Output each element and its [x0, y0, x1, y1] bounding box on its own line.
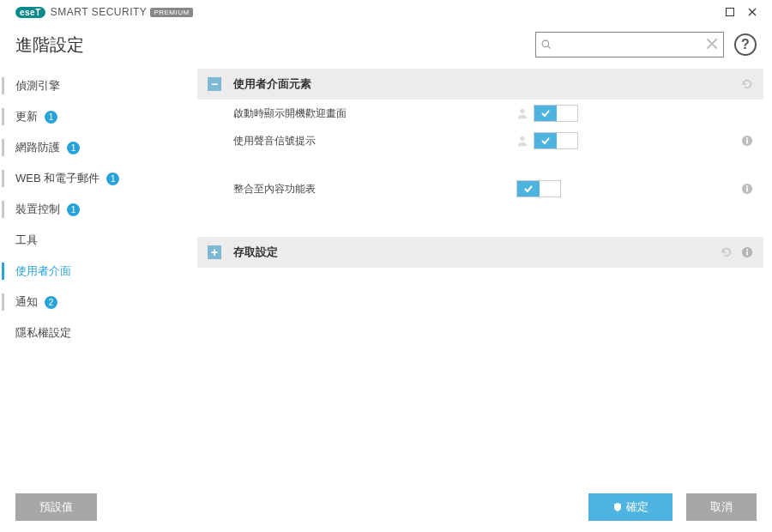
info-button[interactable] — [741, 183, 753, 195]
toggle-switch[interactable] — [534, 105, 578, 122]
content-panel: −使用者介面元素啟動時顯示開機歡迎畫面使用聲音信號提示整合至內容功能表+存取設定 — [189, 65, 772, 482]
product-tier: PREMIUM — [150, 8, 192, 17]
clear-icon — [706, 38, 718, 50]
sidebar-item-label: 裝置控制 — [15, 202, 60, 217]
svg-rect-12 — [746, 249, 748, 251]
ok-button[interactable]: 確定 — [588, 493, 672, 521]
section-header-1[interactable]: +存取設定 — [197, 237, 763, 268]
sidebar: 偵測引擎更新1網路防護1WEB 和電子郵件1裝置控制1工具使用者介面通知2隱私權… — [0, 65, 189, 482]
sidebar-item-4[interactable]: 裝置控制1 — [0, 194, 189, 225]
sidebar-item-3[interactable]: WEB 和電子郵件1 — [0, 163, 189, 194]
sidebar-badge: 1 — [45, 111, 57, 124]
search-clear-button[interactable] — [706, 38, 718, 52]
sidebar-badge: 1 — [106, 172, 119, 185]
square-icon — [726, 8, 734, 16]
window-close-button[interactable] — [741, 3, 763, 21]
toggle-switch[interactable] — [516, 180, 561, 197]
sidebar-item-6[interactable]: 使用者介面 — [0, 256, 189, 287]
sidebar-item-5[interactable]: 工具 — [0, 225, 189, 256]
setting-label: 啟動時顯示開機歡迎畫面 — [233, 106, 516, 121]
sidebar-item-0[interactable]: 偵測引擎 — [0, 70, 189, 101]
sidebar-item-7[interactable]: 通知2 — [0, 287, 189, 317]
sidebar-item-label: 更新 — [15, 109, 38, 124]
svg-rect-6 — [746, 137, 748, 139]
sidebar-badge: 1 — [67, 203, 80, 216]
sidebar-item-label: 工具 — [15, 233, 38, 248]
sidebar-item-2[interactable]: 網路防護1 — [0, 132, 189, 163]
section-title: 使用者介面元素 — [233, 76, 734, 92]
cancel-button[interactable]: 取消 — [686, 493, 757, 521]
svg-rect-9 — [746, 185, 748, 187]
sidebar-item-label: 偵測引擎 — [15, 78, 60, 94]
setting-row-0-0: 啟動時顯示開機歡迎畫面 — [197, 100, 763, 127]
info-button[interactable] — [741, 135, 753, 147]
svg-rect-8 — [746, 188, 748, 192]
help-button[interactable]: ? — [734, 33, 757, 56]
user-icon — [516, 107, 528, 119]
section-title: 存取設定 — [233, 245, 714, 260]
setting-row-0-1: 使用聲音信號提示 — [197, 127, 763, 154]
expand-icon: + — [208, 245, 221, 259]
sidebar-item-label: WEB 和電子郵件 — [15, 171, 100, 186]
svg-rect-0 — [727, 9, 734, 16]
search-box[interactable] — [535, 32, 724, 57]
defaults-button[interactable]: 預設值 — [15, 493, 97, 521]
close-icon — [748, 8, 757, 16]
header: 進階設定 ? — [0, 24, 772, 65]
sidebar-item-label: 隱私權設定 — [15, 325, 71, 341]
sidebar-item-8[interactable]: 隱私權設定 — [0, 317, 189, 348]
footer: 預設值 確定 取消 — [0, 482, 772, 532]
sidebar-item-label: 網路防護 — [15, 140, 60, 155]
reset-button[interactable] — [741, 78, 753, 90]
svg-point-2 — [520, 109, 524, 113]
info-button[interactable] — [741, 246, 753, 258]
svg-point-1 — [542, 40, 549, 47]
check-icon — [534, 133, 557, 148]
sidebar-item-1[interactable]: 更新1 — [0, 101, 189, 132]
search-input[interactable] — [557, 39, 701, 51]
title-bar: eseT SMART SECURITY PREMIUM — [0, 0, 772, 24]
section-header-0[interactable]: −使用者介面元素 — [197, 69, 763, 100]
check-icon — [534, 106, 557, 121]
product-name: SMART SECURITY — [51, 6, 148, 18]
sidebar-badge: 1 — [67, 142, 80, 154]
setting-label: 使用聲音信號提示 — [233, 134, 516, 148]
svg-rect-11 — [746, 251, 748, 256]
reset-button[interactable] — [721, 246, 733, 258]
check-icon — [517, 181, 540, 196]
user-icon — [516, 135, 528, 147]
search-icon — [541, 39, 552, 51]
help-icon: ? — [741, 37, 750, 52]
sidebar-item-label: 使用者介面 — [15, 263, 71, 279]
shield-icon — [612, 502, 623, 512]
toggle-switch[interactable] — [534, 132, 578, 149]
collapse-icon: − — [208, 77, 221, 91]
setting-row-0-2: 整合至內容功能表 — [197, 175, 763, 203]
ok-label: 確定 — [626, 499, 648, 515]
svg-point-3 — [520, 136, 524, 141]
setting-label: 整合至內容功能表 — [233, 182, 516, 196]
svg-rect-5 — [746, 140, 748, 144]
sidebar-badge: 2 — [45, 296, 57, 309]
window-maximize-button[interactable] — [719, 3, 741, 21]
page-title: 進階設定 — [15, 33, 84, 57]
sidebar-item-label: 通知 — [15, 294, 38, 310]
brand-badge: eseT — [15, 7, 45, 18]
